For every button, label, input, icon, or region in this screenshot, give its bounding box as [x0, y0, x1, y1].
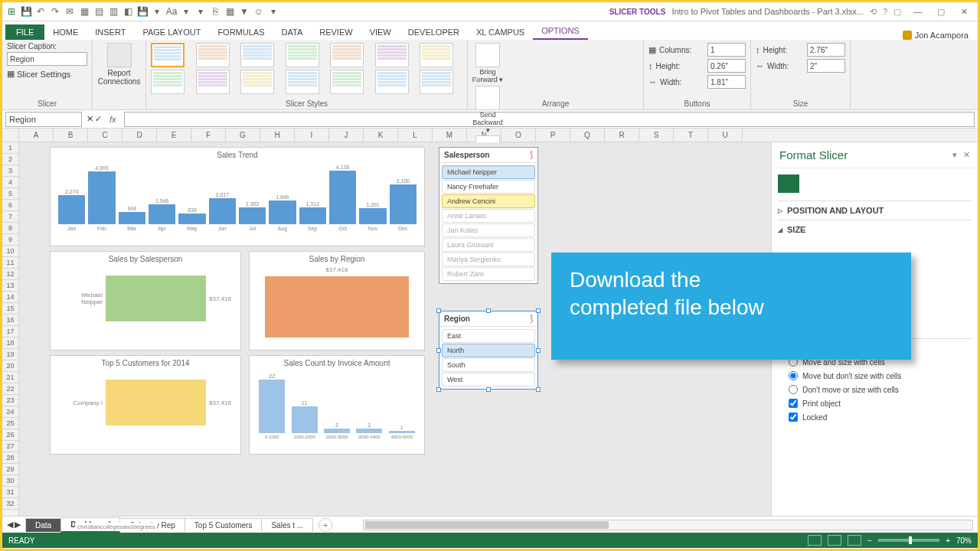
col-header[interactable]: B — [54, 129, 88, 142]
tab-home[interactable]: HOME — [44, 24, 87, 40]
qat-icon[interactable]: ▤ — [93, 5, 105, 18]
check-locked[interactable] — [789, 412, 798, 422]
close-button[interactable]: ✕ — [953, 4, 975, 19]
tab-formulas[interactable]: FORMULAS — [209, 24, 273, 40]
radio-nomove-nosize[interactable] — [789, 385, 798, 394]
row-header[interactable]: 27 — [2, 441, 18, 452]
clear-filter-icon[interactable]: ⟆ — [530, 314, 533, 324]
slicer-item[interactable]: East — [442, 329, 535, 343]
row-header[interactable]: 32 — [2, 498, 18, 510]
col-header[interactable]: C — [88, 129, 122, 142]
row-header[interactable]: 30 — [2, 475, 18, 487]
tab-options[interactable]: OPTIONS — [533, 23, 588, 40]
slicer-settings-button[interactable]: ▦Slicer Settings — [7, 69, 87, 79]
row-header[interactable]: 20 — [2, 360, 18, 372]
slicer-style-thumb[interactable] — [240, 43, 274, 67]
row-header[interactable]: 14 — [2, 292, 18, 303]
slicer-style-thumb[interactable] — [330, 43, 364, 67]
col-header[interactable]: H — [260, 129, 295, 142]
row-header[interactable]: 18 — [2, 337, 18, 349]
col-header[interactable]: A — [19, 129, 54, 142]
slicer-style-thumb[interactable] — [151, 70, 185, 94]
col-header[interactable]: K — [364, 129, 398, 142]
row-header[interactable]: 4 — [2, 177, 18, 188]
slicer-item[interactable]: Michael Neipper — [442, 165, 535, 179]
row-header[interactable]: 9 — [2, 234, 18, 246]
section-position[interactable]: ▷POSITION AND LAYOUT — [778, 206, 972, 215]
fx-icon[interactable]: fx — [109, 115, 116, 124]
col-header[interactable]: R — [605, 129, 639, 142]
tab-data[interactable]: DATA — [273, 24, 312, 40]
slicer-salesperson[interactable]: Salesperson⟆ Michael Neipper Nancy Freeh… — [439, 147, 538, 284]
slicer-style-thumb[interactable] — [286, 70, 319, 94]
row-header[interactable]: 19 — [2, 349, 18, 360]
row-header[interactable]: 15 — [2, 303, 18, 315]
tab-xlcampus[interactable]: XL CAMPUS — [468, 24, 533, 40]
qat-icon[interactable]: 💾 — [136, 5, 149, 18]
btn-width-spinner[interactable]: 1.81" — [707, 75, 746, 89]
row-header[interactable]: 31 — [2, 487, 18, 498]
maximize-button[interactable]: ▢ — [930, 4, 952, 19]
col-header[interactable]: F — [191, 129, 226, 142]
col-header[interactable]: J — [329, 129, 364, 142]
row-header[interactable]: 25 — [2, 418, 18, 429]
slicer-style-thumb[interactable] — [375, 70, 409, 94]
col-header[interactable]: E — [157, 129, 191, 142]
minimize-button[interactable]: — — [907, 4, 929, 19]
slicer-item[interactable]: South — [442, 358, 535, 372]
qat-icon[interactable]: ◧ — [122, 5, 134, 18]
enter-icon[interactable]: ✓ — [95, 114, 102, 124]
sheet-tab[interactable]: Top 5 Customers — [185, 518, 263, 532]
btn-height-spinner[interactable]: 0.26" — [707, 59, 746, 73]
size-width-spinner[interactable]: 2" — [807, 59, 845, 73]
slicer-item[interactable]: West — [442, 373, 535, 386]
qat-icon[interactable]: ▦ — [78, 5, 90, 18]
col-header[interactable]: P — [536, 129, 570, 142]
chart-sales-trend[interactable]: Sales Trend 2,274Jan4,093Feb944Mar1,546A… — [50, 147, 425, 246]
qat-smiley-icon[interactable]: ☺ — [253, 5, 265, 18]
bring-forward-button[interactable]: Bring Forward ▾ — [471, 43, 505, 84]
size-height-spinner[interactable]: 2.76" — [807, 43, 845, 57]
col-header[interactable]: O — [501, 129, 536, 142]
report-connections-button[interactable]: Report Connections — [93, 40, 146, 109]
row-header[interactable]: 5 — [2, 188, 18, 200]
radio-move-nosize[interactable] — [789, 371, 798, 380]
select-all-corner[interactable] — [2, 129, 19, 142]
qat-filter-icon[interactable]: ▼ — [238, 5, 250, 18]
sync-icon[interactable]: ⟲ — [870, 7, 877, 17]
row-header[interactable]: 11 — [2, 257, 18, 269]
slicer-item[interactable]: Jan Kotas — [442, 223, 535, 237]
qat-icon[interactable]: ⎘ — [209, 5, 221, 18]
row-header[interactable]: 29 — [2, 464, 18, 475]
row-header[interactable]: 1 — [2, 142, 18, 154]
slicer-style-thumb[interactable] — [375, 43, 409, 67]
zoom-slider[interactable] — [878, 539, 939, 542]
qat-icon[interactable]: ✉ — [64, 5, 76, 18]
qat-icon[interactable]: ▾ — [151, 5, 163, 18]
slicer-style-thumb[interactable] — [420, 43, 453, 67]
qat-icon[interactable]: ▦ — [224, 5, 236, 18]
zoom-level[interactable]: 70% — [956, 536, 972, 545]
slicer-item[interactable]: Anne Larsen — [442, 209, 535, 223]
row-header[interactable]: 22 — [2, 383, 18, 395]
view-normal-button[interactable] — [808, 535, 822, 546]
slicer-item[interactable]: Mariya Sergienko — [442, 253, 535, 266]
row-header[interactable]: 28 — [2, 452, 18, 464]
col-header[interactable]: T — [674, 129, 708, 142]
slicer-item[interactable]: Nancy Freehafer — [442, 180, 535, 194]
qat-icon[interactable]: ▾ — [194, 5, 207, 18]
row-header[interactable]: 10 — [2, 246, 18, 257]
row-header[interactable]: 21 — [2, 372, 18, 383]
tab-view[interactable]: VIEW — [361, 24, 400, 40]
help-icon[interactable]: ? — [883, 7, 887, 16]
row-header[interactable]: 7 — [2, 211, 18, 223]
tab-pagelayout[interactable]: PAGE LAYOUT — [134, 24, 209, 40]
pane-options-icon[interactable]: ▾ — [952, 150, 957, 159]
qat-redo-icon[interactable]: ↷ — [49, 5, 61, 18]
col-header[interactable]: G — [226, 129, 260, 142]
row-header[interactable]: 8 — [2, 223, 18, 234]
view-layout-button[interactable] — [828, 535, 841, 546]
columns-spinner[interactable]: 1 — [707, 43, 746, 57]
tab-nav-next[interactable]: ▶ — [15, 520, 21, 530]
slicer-style-thumb[interactable] — [420, 70, 453, 94]
